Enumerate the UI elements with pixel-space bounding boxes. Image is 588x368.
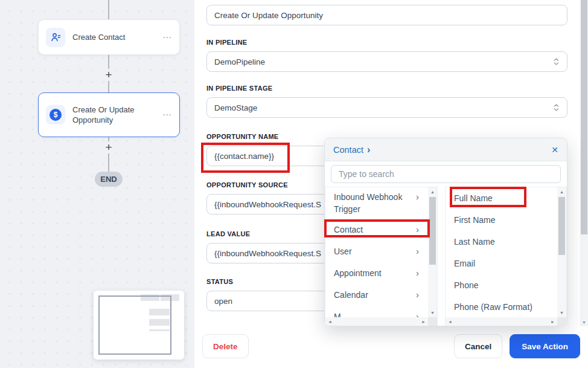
- add-step-button[interactable]: +: [102, 141, 115, 153]
- select-chevrons-icon: [553, 103, 560, 112]
- category-item-appointment[interactable]: Appointment ›: [325, 262, 437, 284]
- category-item-inbound-webhook-trigger[interactable]: Inbound Webhook Trigger ›: [325, 187, 437, 219]
- scroll-up-icon[interactable]: ▲: [557, 187, 566, 196]
- field-item-first-name[interactable]: First Name: [446, 209, 566, 231]
- field-item-email[interactable]: Email: [446, 253, 566, 274]
- scrollbar-vertical[interactable]: ▲ ▼: [557, 187, 566, 317]
- category-item-contact[interactable]: Contact ›: [325, 219, 437, 240]
- scrollbar-thumb[interactable]: [581, 0, 587, 234]
- select-value: DemoPipeline: [214, 57, 265, 66]
- node-label: Create Or Update Opportunity: [72, 105, 151, 125]
- field-item-full-name[interactable]: Full Name: [446, 187, 566, 209]
- chevron-right-icon: ›: [416, 289, 419, 301]
- scrollbar-horizontal[interactable]: ◄ ►: [446, 317, 557, 326]
- scrollbar-corner: [557, 317, 566, 326]
- scrollbar-vertical[interactable]: ▲ ▼: [428, 187, 437, 317]
- node-menu-button[interactable]: ⋯: [162, 32, 172, 43]
- scrollbar-corner: [428, 317, 437, 326]
- field-label: IN PIPELINE: [206, 39, 588, 46]
- contact-icon: [46, 28, 65, 47]
- search-input[interactable]: [331, 165, 561, 183]
- workflow-canvas[interactable]: + + Create Contact ⋯ $ Create Or Update …: [0, 0, 194, 368]
- scroll-down-icon[interactable]: ▼: [580, 320, 588, 324]
- scroll-left-icon[interactable]: ◄: [325, 317, 334, 326]
- select-chevrons-icon: [553, 57, 560, 66]
- variable-picker-popup: Contact › ✕ Inbound Webhook Trigger › Co…: [324, 138, 567, 326]
- select-value: DemoStage: [214, 103, 257, 112]
- popup-header: Contact › ✕: [325, 138, 567, 161]
- add-step-button[interactable]: +: [102, 69, 115, 81]
- category-item-clipped[interactable]: M ›: [325, 306, 437, 318]
- scrollbar-thumb[interactable]: [558, 197, 565, 255]
- chevron-right-icon: ›: [416, 191, 419, 203]
- action-name-input[interactable]: [206, 5, 567, 25]
- minimap-viewport[interactable]: [98, 295, 171, 355]
- chevron-right-icon: ›: [367, 144, 370, 155]
- popup-search-row: [325, 161, 567, 187]
- connector-line: [108, 0, 109, 19]
- node-menu-button[interactable]: ⋯: [162, 109, 172, 120]
- field-label: IN PIPELINE STAGE: [206, 85, 588, 92]
- category-item-user[interactable]: User ›: [325, 240, 437, 262]
- field-item-phone[interactable]: Phone: [446, 274, 566, 296]
- popup-body: Inbound Webhook Trigger › Contact › User…: [325, 187, 567, 326]
- scrollbar-horizontal[interactable]: ◄ ►: [325, 317, 428, 326]
- panel-scrollbar[interactable]: ▼: [580, 0, 588, 326]
- opportunity-dollar-icon: $: [46, 105, 65, 124]
- category-item-calendar[interactable]: Calendar ›: [325, 284, 437, 306]
- field-item-last-name[interactable]: Last Name: [446, 231, 566, 253]
- in-pipeline-stage-select[interactable]: DemoStage: [206, 97, 567, 118]
- scroll-right-icon[interactable]: ►: [548, 317, 557, 326]
- delete-button[interactable]: Delete: [202, 334, 249, 358]
- scroll-down-icon[interactable]: ▼: [428, 308, 437, 317]
- scroll-right-icon[interactable]: ►: [419, 317, 428, 326]
- chevron-right-icon: ›: [416, 245, 419, 257]
- field-item-phone-raw-format[interactable]: Phone (Raw Format): [446, 296, 566, 318]
- breadcrumb[interactable]: Contact: [333, 145, 363, 155]
- scrollbar-thumb[interactable]: [429, 197, 436, 265]
- panel-footer: Delete Cancel Save Action: [202, 334, 580, 358]
- chevron-right-icon: ›: [416, 267, 419, 279]
- workflow-node-create-contact[interactable]: Create Contact ⋯: [38, 19, 180, 55]
- cancel-button[interactable]: Cancel: [454, 334, 502, 358]
- chevron-right-icon: ›: [416, 224, 419, 236]
- scroll-down-icon[interactable]: ▼: [557, 308, 566, 317]
- workflow-end-marker: END: [95, 172, 123, 187]
- workflow-node-create-or-update-opportunity[interactable]: $ Create Or Update Opportunity ⋯: [38, 92, 180, 137]
- close-icon[interactable]: ✕: [551, 145, 558, 155]
- canvas-minimap[interactable]: [94, 291, 184, 360]
- scroll-up-icon[interactable]: ▲: [428, 187, 437, 196]
- scroll-left-icon[interactable]: ◄: [446, 317, 455, 326]
- field-list: Full Name First Name Last Name Email Pho…: [445, 187, 567, 326]
- node-label: Create Contact: [72, 32, 125, 42]
- save-action-button[interactable]: Save Action: [510, 334, 580, 358]
- category-list: Inbound Webhook Trigger › Contact › User…: [325, 187, 438, 326]
- in-pipeline-select[interactable]: DemoPipeline: [206, 51, 567, 72]
